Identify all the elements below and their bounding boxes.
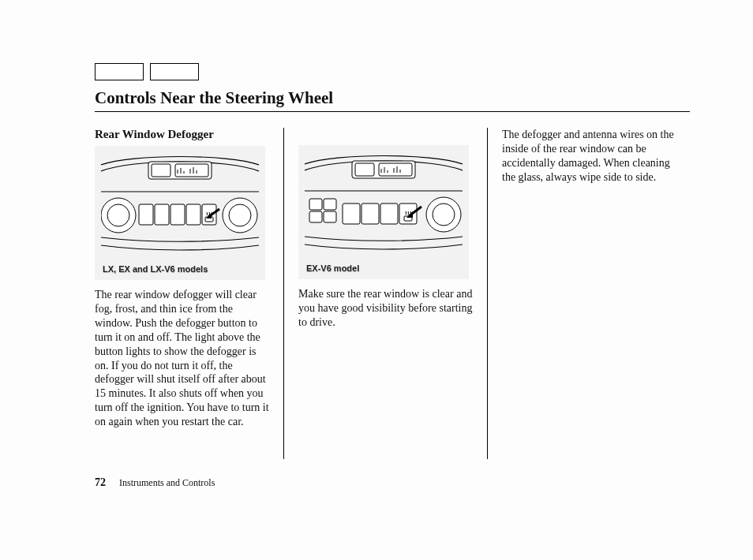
svg-rect-16	[170, 204, 185, 225]
dashboard-illustration-icon	[305, 151, 463, 254]
footer-section-label: Instruments and Controls	[119, 477, 215, 488]
section-subheading: Rear Window Defogger	[95, 128, 269, 141]
svg-point-10	[101, 198, 136, 233]
figure-caption: EX-V6 model	[306, 263, 359, 273]
svg-rect-14	[139, 204, 153, 225]
header-box	[95, 63, 144, 80]
column-2: EX-V6 model Make sure the rear window is…	[298, 128, 488, 459]
page-footer: 72 Instruments and Controls	[95, 476, 215, 489]
figure-lx-ex: LX, EX and LX-V6 models	[95, 146, 265, 280]
manual-page: Controls Near the Steering Wheel Rear Wi…	[0, 0, 753, 560]
body-paragraph: The defogger and antenna wires on the in…	[502, 128, 684, 185]
page-number: 72	[95, 476, 106, 488]
svg-rect-39	[380, 203, 398, 224]
svg-point-12	[223, 198, 257, 233]
figure-caption: LX, EX and LX-V6 models	[103, 264, 208, 274]
header-boxes	[95, 63, 690, 80]
svg-rect-37	[343, 203, 360, 224]
svg-point-35	[426, 197, 461, 232]
body-paragraph: The rear window defogger will clear fog,…	[95, 288, 269, 429]
svg-rect-32	[309, 211, 322, 222]
body-paragraph: Make sure the rear window is clear and y…	[298, 287, 473, 330]
svg-rect-33	[324, 199, 336, 210]
header-box	[150, 63, 199, 80]
svg-rect-34	[324, 211, 336, 222]
title-rule	[95, 111, 690, 112]
svg-rect-15	[155, 204, 169, 225]
column-1: Rear Window Defogger	[95, 128, 284, 459]
column-3: The defogger and antenna wires on the in…	[502, 128, 684, 459]
svg-rect-31	[309, 199, 322, 210]
figure-ex-v6: EX-V6 model	[298, 145, 469, 279]
page-title: Controls Near the Steering Wheel	[95, 88, 690, 108]
dashboard-illustration-icon	[101, 152, 259, 255]
svg-rect-38	[362, 203, 379, 224]
content-columns: Rear Window Defogger	[95, 128, 690, 459]
svg-rect-17	[186, 204, 200, 225]
